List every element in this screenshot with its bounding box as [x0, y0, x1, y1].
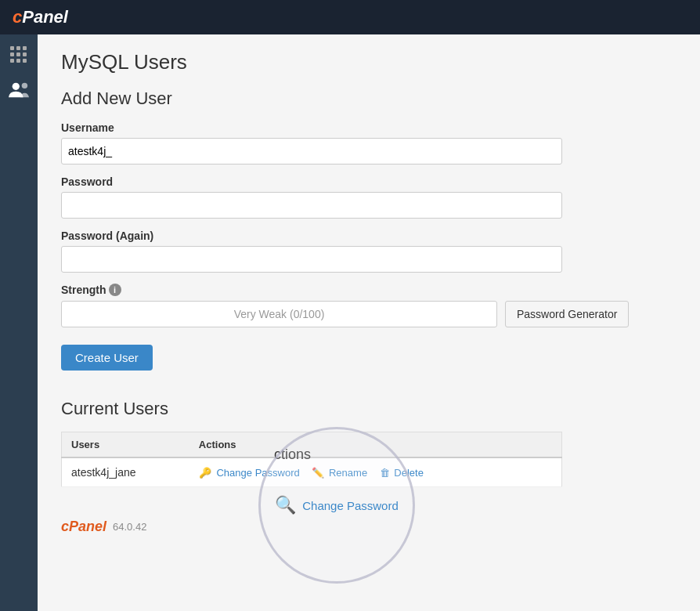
strength-value: Very Weak (0/100)	[234, 308, 325, 320]
rename-icon: ✏️	[312, 467, 324, 479]
create-user-button[interactable]: Create User	[61, 345, 153, 371]
sidebar	[0, 34, 38, 611]
cpanel-logo: cPanel	[13, 7, 68, 27]
main-content: MySQL Users Add New User Username Passwo…	[38, 34, 700, 611]
top-navigation-bar: cPanel	[0, 0, 700, 34]
strength-group: Strength i Very Weak (0/100) Password Ge…	[61, 284, 677, 327]
strength-label: Strength	[61, 284, 106, 296]
sidebar-item-apps[interactable]	[6, 42, 31, 67]
password-again-input[interactable]	[61, 246, 562, 273]
col-header-users: Users	[62, 432, 189, 458]
strength-bar: Very Weak (0/100)	[61, 301, 497, 327]
col-header-actions: Actions	[189, 432, 562, 458]
trash-icon: 🗑	[380, 467, 390, 479]
users-icon	[9, 81, 29, 98]
username-input[interactable]	[61, 138, 562, 164]
password-again-label: Password (Again)	[61, 230, 677, 242]
svg-point-1	[22, 83, 27, 89]
footer-version: 64.0.42	[113, 521, 146, 533]
sidebar-item-users[interactable]	[6, 77, 31, 102]
password-label: Password	[61, 175, 677, 188]
password-again-group: Password (Again)	[61, 230, 677, 273]
logo-c: c	[13, 7, 22, 27]
username-group: Username	[61, 121, 677, 164]
add-new-user-title: Add New User	[61, 89, 677, 109]
grid-icon	[10, 46, 27, 63]
table-row: atestk4j_jane 🔑 Change Password ✏️ Renam…	[62, 457, 562, 487]
key-icon: 🔑	[199, 467, 211, 479]
logo-panel: Panel	[22, 7, 68, 27]
current-users-section: Current Users Users Actions atestk4j_jan…	[61, 399, 677, 487]
svg-point-0	[13, 83, 20, 90]
users-table: Users Actions atestk4j_jane 🔑 Change Pas…	[61, 432, 562, 487]
username-label: Username	[61, 121, 677, 134]
user-username: atestk4j_jane	[62, 457, 189, 487]
footer-logo: cPanel	[61, 519, 106, 535]
page-title: MySQL Users	[61, 50, 677, 74]
delete-link[interactable]: 🗑 Delete	[380, 467, 424, 479]
password-group: Password	[61, 175, 677, 219]
footer: cPanel 64.0.42	[61, 519, 677, 535]
password-generator-button[interactable]: Password Generator	[505, 301, 629, 327]
rename-link[interactable]: ✏️ Rename	[312, 467, 370, 479]
info-icon[interactable]: i	[109, 284, 121, 296]
password-input[interactable]	[61, 192, 562, 219]
change-password-link[interactable]: 🔑 Change Password	[199, 467, 302, 479]
user-actions: 🔑 Change Password ✏️ Rename 🗑 Delete	[189, 457, 562, 487]
current-users-title: Current Users	[61, 399, 677, 419]
